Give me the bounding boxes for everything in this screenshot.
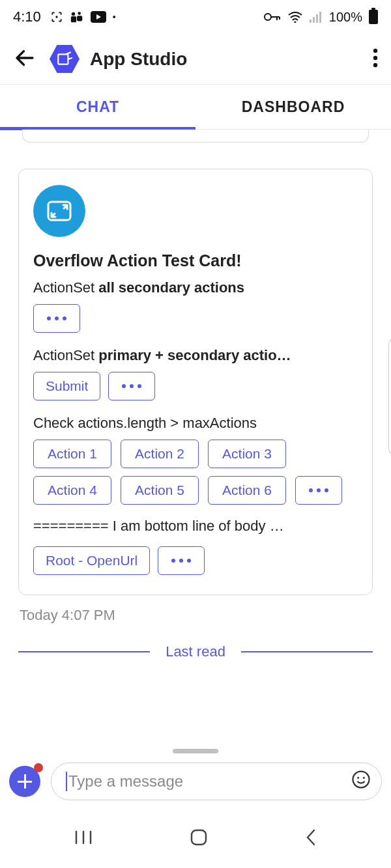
action-3-button[interactable]: Action 3 [208,440,286,468]
svg-point-7 [294,21,296,23]
root-openurl-button[interactable]: Root - OpenUrl [33,546,150,575]
app-title: App Studio [90,49,187,70]
composer-area: Type a message [0,749,391,809]
message-input-placeholder: Type a message [68,772,183,791]
tab-chat-label: CHAT [76,98,119,116]
action-4-label: Action 4 [48,483,97,498]
status-right: 100% [264,10,378,25]
svg-rect-9 [313,17,315,23]
divider-line [18,651,150,652]
action-1-label: Action 1 [48,446,97,462]
section2-label: ActionSet primary + secondary actio… [33,347,358,364]
action-4-button[interactable]: Action 4 [33,476,111,505]
root-openurl-label: Root - OpenUrl [46,553,138,568]
action-6-button[interactable]: Action 6 [208,476,286,505]
divider-line [241,651,373,652]
svg-point-2 [78,12,81,15]
back-button[interactable] [13,46,36,72]
action-5-button[interactable]: Action 5 [121,476,199,505]
tab-chat[interactable]: CHAT [0,85,195,129]
youtube-icon [91,11,106,23]
adaptive-card: Overflow Action Test Card! ActionSet all… [18,169,373,595]
appstudio-logo [48,43,81,76]
svg-point-17 [353,772,369,788]
action-5-label: Action 5 [135,483,184,498]
teams-icon [70,10,84,23]
battery-percent: 100% [329,10,362,25]
action-2-label: Action 2 [135,446,184,462]
system-navbar [0,809,391,868]
nav-back-button[interactable] [304,828,317,850]
section1-overflow-button[interactable] [33,304,80,333]
action-2-button[interactable]: Action 2 [121,440,199,468]
card-bottom-text: ========= I am bottom line of body … [33,518,358,535]
vpn-key-icon [264,12,281,21]
app-bar: App Studio [0,34,391,85]
svg-point-6 [265,14,271,20]
previous-card-edge [22,130,369,143]
nav-recents-button[interactable] [74,829,93,848]
message-input[interactable]: Type a message [51,763,382,800]
svg-rect-11 [319,12,321,23]
dots-icon [171,559,191,563]
root-overflow-button[interactable] [158,546,205,575]
section1-label-bold: all secondary actions [98,279,244,296]
submit-button[interactable]: Submit [33,372,100,400]
section2-label-plain: ActionSet [33,347,98,363]
action-overflow-button[interactable] [295,476,342,505]
svg-point-1 [72,12,76,16]
last-read-divider: Last read [18,643,373,660]
svg-rect-4 [77,16,82,21]
action-6-label: Action 6 [222,483,272,498]
svg-point-0 [55,16,57,18]
action-grid: Action 1 Action 2 Action 3 Action 4 Acti… [33,440,358,505]
signal-icon [310,11,323,23]
text-caret [66,772,67,791]
dots-icon [309,488,328,492]
dots-icon [122,384,141,388]
svg-rect-8 [310,20,311,23]
side-edge-handle[interactable] [388,338,391,455]
message-timestamp: Today 4:07 PM [20,607,371,624]
svg-point-15 [373,63,377,66]
svg-point-19 [363,777,365,779]
nav-home-button[interactable] [189,828,209,850]
svg-point-13 [373,48,377,52]
svg-rect-3 [71,16,76,22]
drag-handle[interactable] [173,749,218,753]
dot-icon: • [113,12,116,22]
emoji-button[interactable] [351,770,371,793]
scan-icon [50,10,63,23]
svg-point-14 [373,55,377,59]
chat-body[interactable]: Overflow Action Test Card! ActionSet all… [0,130,391,722]
tab-dashboard[interactable]: DASHBOARD [195,85,391,129]
status-bar: 4:10 • [0,0,391,34]
tabs: CHAT DASHBOARD [0,85,391,129]
wifi-icon [287,11,303,23]
section2-overflow-button[interactable] [108,372,155,400]
submit-button-label: Submit [46,378,88,394]
svg-rect-12 [58,54,68,64]
section1-label-plain: ActionSet [33,279,98,296]
section2-label-bold: primary + secondary actio… [98,347,291,363]
battery-icon [369,10,378,24]
compose-plus-button[interactable] [9,766,40,797]
more-vertical-button[interactable] [373,48,378,70]
status-left: 4:10 • [13,8,116,25]
action-3-label: Action 3 [222,446,272,462]
action-1-button[interactable]: Action 1 [33,440,111,468]
dots-icon [47,316,66,320]
svg-rect-20 [192,830,206,845]
section1-label: ActionSet all secondary actions [33,279,358,296]
svg-point-18 [357,777,359,779]
card-title: Overflow Action Test Card! [33,251,358,270]
status-time: 4:10 [13,8,41,25]
last-read-label: Last read [166,643,225,660]
section3-label: Check actions.length > maxActions [33,415,358,432]
card-header-icon [33,185,85,237]
svg-rect-10 [316,14,318,23]
tab-dashboard-label: DASHBOARD [242,98,345,116]
